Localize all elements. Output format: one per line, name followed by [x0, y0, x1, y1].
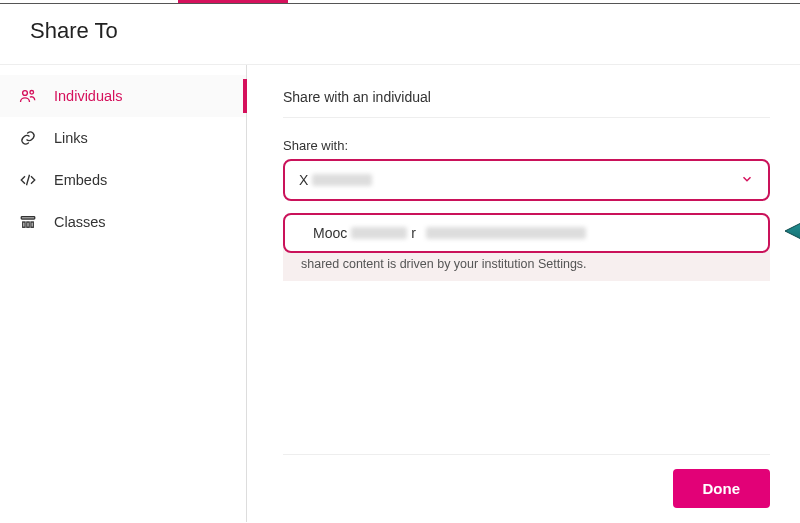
redacted-text	[312, 174, 372, 186]
svg-rect-4	[27, 222, 29, 227]
combo-value: X	[299, 172, 372, 188]
combo-value-prefix: X	[299, 172, 308, 188]
sidebar-item-label: Embeds	[54, 172, 107, 188]
dialog-body: Individuals Links Embeds	[0, 65, 800, 522]
chevron-down-icon	[740, 172, 754, 189]
redacted-text	[351, 227, 407, 239]
share-with-label: Share with:	[283, 138, 770, 153]
option-mid: r	[411, 225, 416, 241]
sidebar-item-individuals[interactable]: Individuals	[0, 75, 246, 117]
link-icon	[18, 128, 38, 148]
share-sidebar: Individuals Links Embeds	[0, 65, 247, 522]
main-panel: Share with an individual Share with: X M…	[247, 65, 800, 522]
sidebar-item-links[interactable]: Links	[0, 117, 246, 159]
sidebar-item-label: Classes	[54, 214, 106, 230]
section-title: Share with an individual	[283, 89, 770, 118]
share-with-combobox[interactable]: X	[283, 159, 770, 201]
svg-point-1	[30, 90, 34, 94]
people-icon	[18, 86, 38, 106]
sidebar-item-embeds[interactable]: Embeds	[0, 159, 246, 201]
sidebar-item-classes[interactable]: Classes	[0, 201, 246, 243]
svg-rect-2	[21, 217, 35, 219]
dialog-footer: Done	[283, 454, 770, 522]
done-button[interactable]: Done	[673, 469, 771, 508]
svg-rect-5	[31, 222, 33, 227]
sidebar-item-label: Individuals	[54, 88, 123, 104]
svg-rect-3	[23, 222, 25, 227]
spacer	[283, 281, 770, 454]
code-icon	[18, 170, 38, 190]
classes-icon	[18, 212, 38, 232]
option-prefix: Mooc	[313, 225, 347, 241]
share-with-option[interactable]: Mooc r	[283, 213, 770, 253]
topbar-accent	[0, 0, 800, 4]
note-text: shared content is driven by your institu…	[301, 257, 587, 271]
page-title: Share To	[30, 18, 770, 44]
dialog-header: Share To	[0, 4, 800, 65]
sidebar-item-label: Links	[54, 130, 88, 146]
redacted-text	[426, 227, 586, 239]
annotation-arrow	[777, 201, 800, 265]
svg-point-0	[23, 91, 28, 96]
